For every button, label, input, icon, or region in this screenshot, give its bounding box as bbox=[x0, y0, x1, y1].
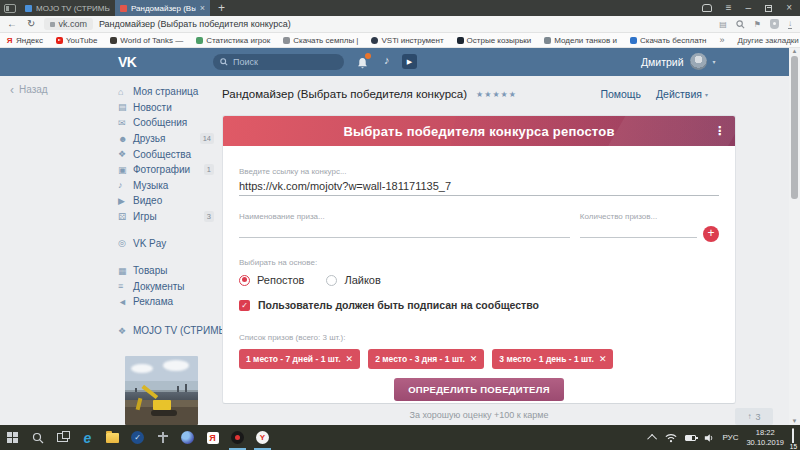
yandex-app[interactable]: Я bbox=[200, 425, 225, 450]
pick-winner-button[interactable]: ОПРЕДЕЛИТЬ ПОБЕДИТЕЛЯ bbox=[394, 378, 564, 401]
bookmark-peaky[interactable]: Острые козырьки bbox=[457, 36, 532, 45]
bookmark-samples[interactable]: Скачать семплы | bbox=[283, 36, 358, 45]
browser-profile-icon[interactable] bbox=[702, 4, 712, 12]
swirl-app-icon bbox=[181, 431, 194, 444]
zoom-icon[interactable] bbox=[736, 20, 745, 29]
add-prize-button[interactable]: + bbox=[703, 226, 719, 242]
bookmark-youtube[interactable]: YouTube bbox=[56, 36, 97, 45]
bookmark-flag-icon[interactable]: ⚑ bbox=[754, 20, 761, 29]
protect-icon[interactable] bbox=[770, 19, 779, 29]
prize-name-field[interactable]: Наименование приза... bbox=[239, 212, 570, 238]
scroll-down-icon[interactable]: ▼ bbox=[791, 418, 798, 424]
yandex-browser-app[interactable]: Y bbox=[250, 425, 275, 450]
bookmark-wot[interactable]: World of Tanks — bbox=[110, 36, 183, 45]
sidebar-item-messages[interactable]: ✉Сообщения bbox=[118, 115, 214, 131]
sidebar-item-ads[interactable]: ◄Реклама bbox=[118, 294, 214, 310]
edge-app[interactable]: e bbox=[75, 425, 100, 450]
prize-chip[interactable]: 2 место - 3 дня - 1 шт.✕ bbox=[368, 349, 484, 369]
wifi-icon[interactable] bbox=[665, 433, 677, 443]
browser-tab-mojo[interactable]: MOJO TV (СТРИМЫ, ОБС bbox=[20, 0, 115, 16]
radio-reposts[interactable]: Репостов bbox=[239, 274, 304, 286]
sidebar-item-news[interactable]: ▤Новости bbox=[118, 100, 214, 116]
tab-close-icon[interactable]: × bbox=[200, 4, 205, 13]
battery-icon[interactable] bbox=[685, 435, 696, 441]
contest-link-field[interactable]: Введите ссылку на конкурс... https://vk.… bbox=[239, 167, 719, 196]
bookmark-free[interactable]: Скачать бесплатн bbox=[630, 36, 707, 45]
sidebar-photo[interactable] bbox=[125, 356, 198, 425]
subscribe-checkbox[interactable]: ✓ Пользователь должен быть подписан на с… bbox=[239, 299, 719, 311]
pinned-app-tool[interactable] bbox=[150, 425, 175, 450]
actions-menu[interactable]: Действия▾ bbox=[656, 88, 708, 100]
language-indicator[interactable]: РУС bbox=[722, 433, 738, 442]
task-view-button[interactable] bbox=[50, 425, 75, 450]
reader-icon[interactable]: ▤ bbox=[719, 20, 727, 29]
sidebar-item-communities[interactable]: ❖Сообщества bbox=[118, 146, 214, 162]
sidebar-item-market[interactable]: ▦Товары bbox=[118, 263, 214, 279]
sidebar-item-games[interactable]: ⚄Игры3 bbox=[118, 209, 214, 225]
back-icon[interactable]: ← bbox=[7, 19, 17, 29]
remove-icon[interactable]: ✕ bbox=[470, 354, 478, 364]
rating-stars[interactable]: ★★★★★ bbox=[476, 90, 517, 99]
other-bookmarks-button[interactable]: Другие закладки▾ bbox=[738, 36, 800, 45]
prize-chip[interactable]: 1 место - 7 дней - 1 шт.✕ bbox=[239, 349, 360, 369]
hidden-icons-chevron[interactable] bbox=[648, 434, 658, 444]
close-button[interactable]: × bbox=[786, 2, 792, 14]
address-page-title[interactable]: Рандомайзер (Выбрать победителя конкурса… bbox=[99, 19, 291, 29]
file-explorer-app[interactable] bbox=[100, 425, 125, 450]
taskbar-search[interactable] bbox=[25, 425, 50, 450]
scrollbar-thumb[interactable] bbox=[791, 56, 798, 199]
restore-button[interactable] bbox=[765, 5, 772, 12]
remove-icon[interactable]: ✕ bbox=[599, 354, 607, 364]
widget-count: 3 bbox=[755, 412, 760, 422]
user-menu[interactable]: Дмитрий ▾ bbox=[641, 53, 716, 70]
contest-link-input[interactable]: https://vk.com/mojotv?w=wall-181171135_7 bbox=[239, 180, 719, 192]
screen-recorder-app[interactable] bbox=[225, 425, 250, 450]
prize-count-field[interactable]: Количество призов... bbox=[580, 212, 697, 238]
sidebar-item-friends[interactable]: ☻Друзья14 bbox=[118, 131, 214, 147]
player-play-icon[interactable]: ▶ bbox=[402, 54, 417, 69]
browser-tab-randomizer[interactable]: Рандомайзер (Выбрать × bbox=[115, 0, 210, 16]
counter-badge: 14 bbox=[200, 133, 214, 144]
download-icon[interactable]: ↓ bbox=[788, 20, 792, 29]
new-tab-button[interactable]: + bbox=[218, 2, 225, 14]
sidebar-item-videos[interactable]: ▶Видео bbox=[118, 193, 214, 209]
app-banner: Выбрать победителя конкурса репостов ⋮ bbox=[223, 116, 735, 146]
remove-icon[interactable]: ✕ bbox=[346, 354, 354, 364]
scrollbar[interactable]: ▲ ▼ bbox=[789, 48, 800, 425]
pinned-app-swirl[interactable] bbox=[175, 425, 200, 450]
minimize-button[interactable]: – bbox=[746, 2, 752, 14]
sidebar-item-photos[interactable]: ▣Фотографии1 bbox=[118, 162, 214, 178]
help-link[interactable]: Помощь bbox=[600, 88, 641, 100]
scroll-top-widget[interactable]: ↑ 3 bbox=[735, 408, 773, 425]
music-icon[interactable]: ♪ bbox=[384, 54, 390, 66]
pinned-app-check[interactable]: ✓ bbox=[125, 425, 150, 450]
sidebar-item-mojo-tv[interactable]: ❖MOJO TV (СТРИМЫ… bbox=[118, 323, 214, 339]
video-icon: ▶ bbox=[118, 196, 133, 206]
vk-logo[interactable]: VK bbox=[118, 54, 136, 70]
start-button[interactable] bbox=[0, 425, 25, 450]
kebab-menu-icon[interactable]: ⋮ bbox=[714, 124, 726, 138]
bookmark-vsti[interactable]: VSTi инструмент bbox=[371, 36, 443, 45]
back-link[interactable]: ‹ Назад bbox=[10, 84, 48, 95]
tab-panel-icon[interactable] bbox=[4, 4, 16, 13]
counter-badge: 3 bbox=[204, 211, 214, 222]
scroll-up-icon[interactable]: ▲ bbox=[791, 48, 798, 54]
sidebar-item-music[interactable]: ♪Музыка bbox=[118, 178, 214, 194]
action-center-button[interactable]: 15 bbox=[792, 429, 794, 447]
site-identity[interactable]: vk.com bbox=[44, 18, 93, 30]
radio-likes[interactable]: Лайков bbox=[326, 274, 380, 286]
bookmark-stats[interactable]: Статистика игрок bbox=[196, 36, 270, 45]
clock[interactable]: 18:22 30.10.2019 bbox=[746, 428, 784, 447]
sidebar-item-vk-pay[interactable]: ◎VK Pay bbox=[118, 235, 214, 251]
bookmarks-overflow-icon[interactable]: » bbox=[720, 35, 725, 45]
sidebar-item-my-page[interactable]: ⌂Моя страница bbox=[118, 84, 214, 100]
search-input[interactable]: Поиск bbox=[213, 54, 344, 70]
bookmark-yandex[interactable]: ЯЯндекс bbox=[6, 36, 43, 45]
bookmark-tanks[interactable]: Модели танков и bbox=[544, 36, 617, 45]
refresh-icon[interactable]: ↻ bbox=[27, 19, 35, 29]
volume-icon[interactable] bbox=[704, 433, 714, 443]
sidebar-item-documents[interactable]: ≡Документы bbox=[118, 279, 214, 295]
notifications-bell-icon[interactable] bbox=[357, 55, 368, 73]
prize-chip[interactable]: 3 место - 1 день - 1 шт.✕ bbox=[492, 349, 613, 369]
menu-icon[interactable]: ≡ bbox=[726, 2, 732, 14]
